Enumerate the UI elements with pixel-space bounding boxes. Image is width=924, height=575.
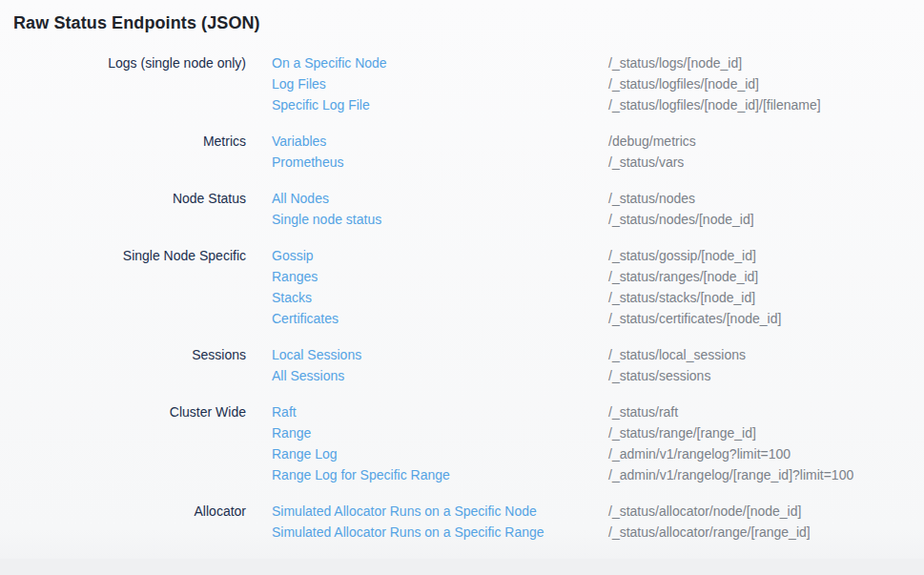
endpoint-link[interactable]: Variables xyxy=(272,131,608,152)
endpoint-link[interactable]: Raft xyxy=(272,401,608,422)
endpoint-path: /_status/allocator/range/[range_id] xyxy=(608,522,924,543)
endpoint-row: Range Log for Specific Range /_admin/v1/… xyxy=(272,464,924,485)
endpoint-row: Stacks /_status/stacks/[node_id] xyxy=(272,287,924,308)
endpoint-row: Single node status /_status/nodes/[node_… xyxy=(272,209,924,230)
endpoint-row: Prometheus /_status/vars xyxy=(272,152,924,173)
endpoint-rows: Gossip /_status/gossip/[node_id] Ranges … xyxy=(272,245,924,329)
endpoint-path: /_status/local_sessions xyxy=(608,344,924,365)
endpoint-path: /debug/metrics xyxy=(608,131,924,152)
endpoint-path: /_status/gossip/[node_id] xyxy=(608,245,924,266)
endpoint-link[interactable]: Log Files xyxy=(272,73,608,94)
endpoint-row: Variables /debug/metrics xyxy=(272,131,924,152)
raw-status-endpoints-page: Raw Status Endpoints (JSON) Logs (single… xyxy=(0,0,924,575)
endpoint-rows: All Nodes /_status/nodes Single node sta… xyxy=(272,188,924,230)
endpoint-row: Simulated Allocator Runs on a Specific R… xyxy=(272,522,924,543)
endpoint-section: Allocator Simulated Allocator Runs on a … xyxy=(13,501,924,543)
category-label: Cluster Wide xyxy=(13,401,246,485)
endpoint-path: /_admin/v1/rangelog?limit=100 xyxy=(608,443,924,464)
endpoint-row: Simulated Allocator Runs on a Specific N… xyxy=(272,501,924,522)
endpoint-link[interactable]: Prometheus xyxy=(272,152,608,173)
endpoint-link[interactable]: Range xyxy=(272,422,608,443)
endpoint-row: On a Specific Node /_status/logs/[node_i… xyxy=(272,52,924,73)
endpoint-path: /_status/stacks/[node_id] xyxy=(608,287,924,308)
endpoint-link[interactable]: Ranges xyxy=(272,266,608,287)
endpoint-row: Local Sessions /_status/local_sessions xyxy=(272,344,924,365)
endpoint-row: All Nodes /_status/nodes xyxy=(272,188,924,209)
endpoint-row: Certificates /_status/certificates/[node… xyxy=(272,308,924,329)
category-label: Metrics xyxy=(13,131,246,173)
category-label: Single Node Specific xyxy=(13,245,246,329)
endpoint-link[interactable]: Simulated Allocator Runs on a Specific R… xyxy=(272,522,608,543)
bottom-strip xyxy=(0,559,924,575)
endpoint-row: Raft /_status/raft xyxy=(272,401,924,422)
endpoint-link[interactable]: Gossip xyxy=(272,245,608,266)
endpoint-section: Node Status All Nodes /_status/nodes Sin… xyxy=(13,188,924,230)
endpoint-rows: Variables /debug/metrics Prometheus /_st… xyxy=(272,131,924,173)
endpoint-link[interactable]: Certificates xyxy=(272,308,608,329)
endpoint-path: /_status/raft xyxy=(608,401,924,422)
category-label: Logs (single node only) xyxy=(13,52,246,115)
endpoint-path: /_status/logfiles/[node_id]/[filename] xyxy=(608,94,924,115)
endpoint-link[interactable]: On a Specific Node xyxy=(272,52,608,73)
endpoint-link[interactable]: Stacks xyxy=(272,287,608,308)
category-label: Sessions xyxy=(13,344,246,386)
endpoint-link[interactable]: Range Log for Specific Range xyxy=(272,464,608,485)
endpoint-path: /_status/allocator/node/[node_id] xyxy=(608,501,924,522)
endpoint-path: /_status/nodes/[node_id] xyxy=(608,209,924,230)
endpoint-rows: Raft /_status/raft Range /_status/range/… xyxy=(272,401,924,485)
endpoint-path: /_status/logs/[node_id] xyxy=(608,52,924,73)
endpoint-row: Log Files /_status/logfiles/[node_id] xyxy=(272,73,924,94)
endpoint-path: /_status/nodes xyxy=(608,188,924,209)
endpoint-rows: Local Sessions /_status/local_sessions A… xyxy=(272,344,924,386)
endpoint-link[interactable]: Local Sessions xyxy=(272,344,608,365)
endpoint-link[interactable]: Single node status xyxy=(272,209,608,230)
endpoint-link[interactable]: Range Log xyxy=(272,443,608,464)
endpoint-path: /_status/range/[range_id] xyxy=(608,422,924,443)
endpoint-link[interactable]: All Sessions xyxy=(272,365,608,386)
endpoint-path: /_status/ranges/[node_id] xyxy=(608,266,924,287)
endpoint-path: /_status/logfiles/[node_id] xyxy=(608,73,924,94)
endpoint-path: /_admin/v1/rangelog/[range_id]?limit=100 xyxy=(608,464,924,485)
endpoint-section: Logs (single node only) On a Specific No… xyxy=(13,52,924,115)
endpoint-path: /_status/certificates/[node_id] xyxy=(608,308,924,329)
page-title: Raw Status Endpoints (JSON) xyxy=(13,0,924,35)
endpoint-section: Sessions Local Sessions /_status/local_s… xyxy=(13,344,924,386)
endpoint-path: /_status/sessions xyxy=(608,365,924,386)
endpoint-link[interactable]: Simulated Allocator Runs on a Specific N… xyxy=(272,501,608,522)
endpoint-row: Range /_status/range/[range_id] xyxy=(272,422,924,443)
endpoint-row: Specific Log File /_status/logfiles/[nod… xyxy=(272,94,924,115)
endpoint-row: Ranges /_status/ranges/[node_id] xyxy=(272,266,924,287)
category-label: Allocator xyxy=(13,501,246,543)
endpoint-section: Single Node Specific Gossip /_status/gos… xyxy=(13,245,924,329)
endpoint-row: All Sessions /_status/sessions xyxy=(272,365,924,386)
endpoint-link[interactable]: All Nodes xyxy=(272,188,608,209)
endpoint-sections: Logs (single node only) On a Specific No… xyxy=(13,52,924,543)
endpoint-path: /_status/vars xyxy=(608,152,924,173)
category-label: Node Status xyxy=(13,188,246,230)
endpoint-section: Cluster Wide Raft /_status/raft Range /_… xyxy=(13,401,924,485)
endpoint-link[interactable]: Specific Log File xyxy=(272,94,608,115)
endpoint-row: Range Log /_admin/v1/rangelog?limit=100 xyxy=(272,443,924,464)
endpoint-rows: On a Specific Node /_status/logs/[node_i… xyxy=(272,52,924,115)
endpoint-row: Gossip /_status/gossip/[node_id] xyxy=(272,245,924,266)
endpoint-section: Metrics Variables /debug/metrics Prometh… xyxy=(13,131,924,173)
endpoint-rows: Simulated Allocator Runs on a Specific N… xyxy=(272,501,924,543)
